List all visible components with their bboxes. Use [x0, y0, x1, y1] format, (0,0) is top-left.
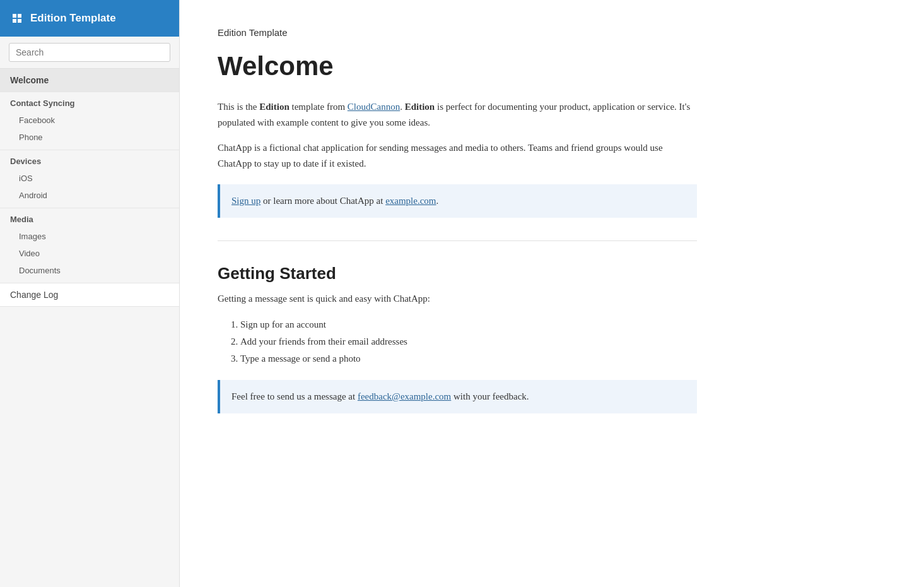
search-input[interactable]: [9, 43, 170, 62]
sign-up-link[interactable]: Sign up: [231, 196, 260, 206]
edition-bold-2: Edition: [405, 102, 435, 112]
step-3: Type a message or send a photo: [240, 350, 697, 367]
step-2: Add your friends from their email addres…: [240, 333, 697, 350]
content-body: Edition Template Welcome This is the Edi…: [218, 25, 697, 413]
callout-box-2: Feel free to send us a message at feedba…: [218, 380, 697, 413]
nav-group-contact-syncing: Contact Syncing Facebook Phone: [0, 92, 179, 150]
sidebar-logo-icon: [10, 11, 24, 25]
example-com-link[interactable]: example.com: [385, 196, 436, 206]
sidebar: Edition Template Welcome Contact Syncing…: [0, 0, 180, 587]
getting-started-title: Getting Started: [218, 264, 697, 283]
nav-section-changelog: Change Log: [0, 283, 179, 307]
sidebar-item-change-log[interactable]: Change Log: [0, 283, 179, 307]
sidebar-item-images[interactable]: Images: [0, 228, 179, 245]
intro-paragraph: This is the Edition template from CloudC…: [218, 99, 697, 131]
getting-started-intro: Getting a message sent is quick and easy…: [218, 291, 697, 307]
sidebar-item-android[interactable]: Android: [0, 187, 179, 204]
main-content: Edition Template Welcome This is the Edi…: [180, 0, 924, 587]
sidebar-item-documents[interactable]: Documents: [0, 262, 179, 279]
steps-list: Sign up for an account Add your friends …: [240, 316, 697, 367]
sidebar-title: Edition Template: [30, 12, 116, 25]
edition-bold-1: Edition: [259, 102, 289, 112]
nav-group-media: Media Images Video Documents: [0, 208, 179, 283]
step-1: Sign up for an account: [240, 316, 697, 333]
nav-group-label-contact-syncing: Contact Syncing: [0, 92, 179, 112]
sidebar-item-facebook[interactable]: Facebook: [0, 112, 179, 129]
sidebar-item-phone[interactable]: Phone: [0, 129, 179, 146]
cloudcannon-link[interactable]: CloudCannon: [348, 102, 400, 112]
nav-group-label-media: Media: [0, 208, 179, 228]
sidebar-item-video[interactable]: Video: [0, 245, 179, 262]
callout-box-1: Sign up or learn more about ChatApp at e…: [218, 184, 697, 218]
sidebar-item-ios[interactable]: iOS: [0, 170, 179, 187]
sidebar-item-welcome[interactable]: Welcome: [0, 69, 179, 92]
section-divider: [218, 240, 697, 241]
sidebar-header: Edition Template: [0, 0, 179, 37]
nav-group-label-devices: Devices: [0, 150, 179, 170]
page-title: Welcome: [218, 51, 697, 81]
feedback-email-link[interactable]: feedback@example.com: [358, 391, 451, 401]
chatapp-paragraph: ChatApp is a fictional chat application …: [218, 140, 697, 172]
nav-group-devices: Devices iOS Android: [0, 150, 179, 208]
search-container: [0, 37, 179, 69]
breadcrumb: Edition Template: [218, 25, 697, 41]
nav-section-top: Welcome: [0, 69, 179, 92]
